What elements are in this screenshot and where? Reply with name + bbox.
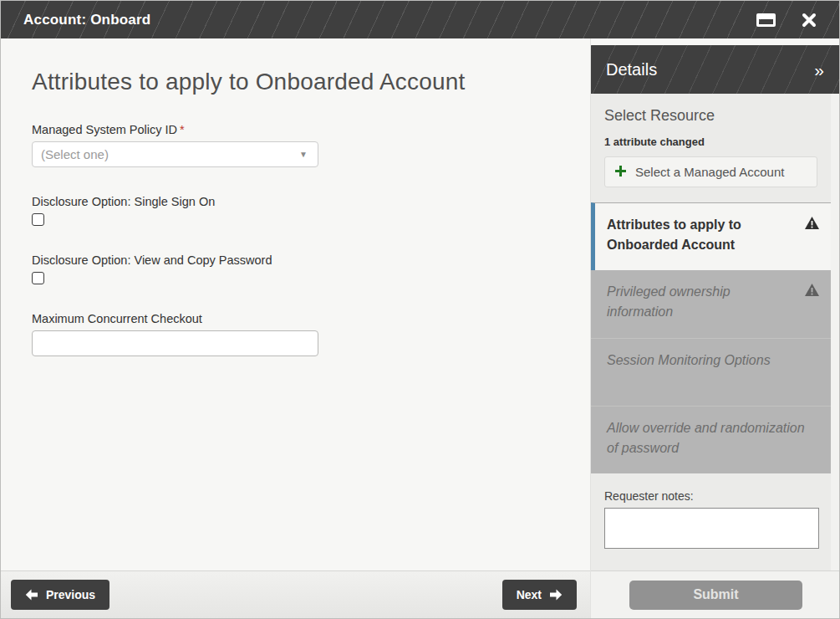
warning-icon: [805, 217, 819, 258]
field-sso: Disclosure Option: Single Sign On: [32, 195, 557, 226]
warning-icon: [805, 284, 819, 326]
chevron-down-icon: ▼: [299, 150, 308, 159]
window-title: Account: Onboard: [23, 12, 150, 28]
max-checkout-label: Maximum Concurrent Checkout: [32, 312, 557, 325]
submit-button[interactable]: Submit: [629, 581, 802, 610]
plus-icon: [615, 165, 626, 179]
step-attributes-onboarded[interactable]: Attributes to apply to Onboarded Account: [591, 202, 831, 270]
close-icon[interactable]: [801, 12, 817, 28]
collapse-panel-icon[interactable]: »: [814, 61, 824, 79]
select-managed-account-button[interactable]: Select a Managed Account: [604, 156, 817, 187]
view-copy-checkbox[interactable]: [32, 272, 44, 284]
field-max-checkout: Maximum Concurrent Checkout: [32, 312, 557, 356]
details-title: Details: [606, 60, 657, 79]
step-session-monitoring[interactable]: Session Monitoring Options: [591, 338, 831, 406]
page-title: Attributes to apply to Onboarded Account: [32, 69, 557, 95]
submit-footer: Submit: [591, 570, 840, 618]
details-body: Select Resource 1 attribute changed Sele…: [591, 94, 840, 570]
wizard-steps: Attributes to apply to Onboarded Account…: [591, 202, 831, 473]
main-panel: Attributes to apply to Onboarded Account…: [1, 38, 590, 618]
field-view-copy: Disclosure Option: View and Copy Passwor…: [32, 253, 557, 284]
sso-label: Disclosure Option: Single Sign On: [32, 195, 557, 208]
max-checkout-input[interactable]: [32, 330, 318, 356]
policy-select-value: (Select one): [41, 147, 109, 161]
sso-checkbox[interactable]: [32, 213, 44, 226]
step-privileged-ownership[interactable]: Privileged ownership information: [591, 270, 831, 338]
details-header: Details »: [591, 45, 840, 94]
arrow-right-icon: [549, 589, 563, 601]
onboard-dialog: Account: Onboard Attributes to apply to …: [0, 0, 840, 619]
wizard-footer: Previous Next: [1, 570, 590, 618]
next-button[interactable]: Next: [502, 580, 577, 610]
view-copy-label: Disclosure Option: View and Copy Passwor…: [32, 253, 557, 267]
field-managed-system-policy: Managed System Policy ID* (Select one) ▼: [32, 123, 557, 167]
arrow-left-icon: [25, 589, 38, 601]
requester-notes-label: Requester notes:: [604, 489, 817, 503]
maximize-icon[interactable]: [756, 13, 776, 27]
policy-select[interactable]: (Select one) ▼: [32, 141, 318, 167]
titlebar: Account: Onboard: [1, 1, 839, 38]
policy-label: Managed System Policy ID*: [32, 123, 557, 136]
select-resource-heading: Select Resource: [604, 107, 817, 125]
required-asterisk: *: [180, 123, 185, 136]
sidebar-top-gap: [591, 38, 840, 45]
step-allow-override[interactable]: Allow override and randomization of pass…: [591, 406, 831, 473]
previous-button[interactable]: Previous: [11, 580, 109, 610]
requester-notes-input[interactable]: [604, 508, 819, 549]
onboard-form: Attributes to apply to Onboarded Account…: [1, 38, 590, 570]
requester-notes-section: Requester notes:: [591, 473, 831, 564]
select-resource-section: Select Resource 1 attribute changed Sele…: [591, 94, 831, 202]
attribute-changed-status: 1 attribute changed: [604, 136, 817, 148]
details-panel: Details » Select Resource 1 attribute ch…: [590, 38, 840, 618]
